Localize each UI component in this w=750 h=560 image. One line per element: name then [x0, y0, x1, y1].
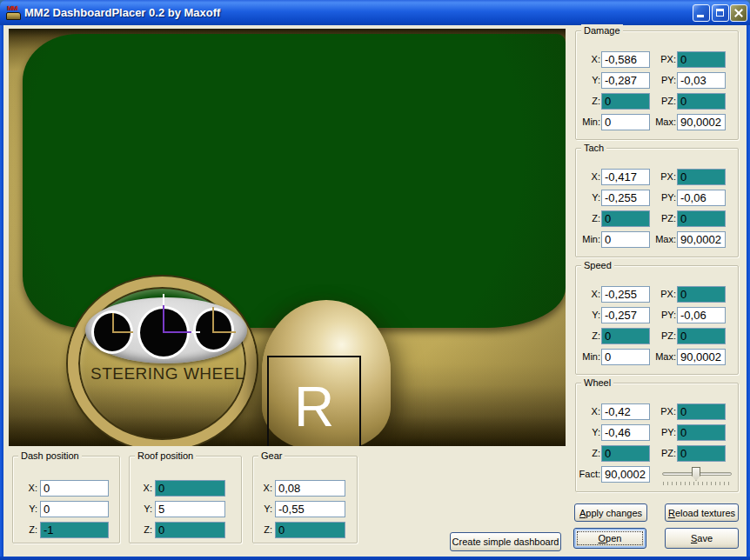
wheel-y-input[interactable] — [601, 424, 650, 441]
damage-max-label: Max: — [653, 114, 676, 130]
gear-y-label: Y: — [255, 501, 272, 517]
speed-y-input[interactable] — [601, 307, 650, 323]
gear-x-label: X: — [255, 480, 272, 497]
dash-z-label: Z: — [18, 522, 37, 538]
speed-pz-input[interactable] — [677, 328, 726, 344]
wheel-group-title: Wheel — [581, 377, 613, 389]
damage-x-input[interactable] — [601, 51, 650, 68]
speed-y-label: Y: — [579, 307, 600, 323]
speed-min-label: Min: — [579, 349, 600, 365]
roof-z-input[interactable] — [155, 522, 225, 538]
window-border-right — [747, 25, 750, 557]
wheel-pz-input[interactable] — [677, 445, 726, 462]
speed-z-input[interactable] — [601, 328, 650, 344]
tach-y-input[interactable] — [601, 190, 650, 206]
title-bar[interactable]: MM MM2 DashboardPlacer 0.2 by Maxoff — [0, 0, 750, 25]
app-icon: MM — [6, 5, 22, 20]
damage-py-label: PY: — [653, 72, 676, 89]
gear-z-label: Z: — [255, 522, 272, 538]
tach-z-input[interactable] — [601, 210, 650, 227]
tach-y-label: Y: — [579, 190, 600, 206]
gear-group: Gear X: Y: Z: — [252, 456, 358, 543]
dashboard-preview-canvas[interactable]: STEERING WHEEL R — [9, 29, 566, 446]
tach-max-label: Max: — [653, 231, 676, 248]
tach-x-label: X: — [579, 169, 600, 185]
damage-z-input[interactable] — [601, 93, 650, 110]
window-border-bottom — [0, 557, 750, 560]
dash-z-input[interactable] — [40, 522, 109, 538]
damage-y-input[interactable] — [601, 72, 650, 89]
maximize-icon — [716, 9, 724, 17]
speed-x-input[interactable] — [601, 286, 650, 303]
minimize-icon — [697, 15, 704, 17]
damage-py-input[interactable] — [677, 72, 726, 89]
save-button[interactable]: Save — [665, 528, 739, 549]
wheel-py-label: PY: — [653, 424, 676, 441]
tach-crosshair-h-white — [191, 331, 200, 333]
reload-textures-button[interactable]: Reload textures — [665, 503, 739, 522]
slider-thumb[interactable] — [692, 467, 700, 481]
damage-min-input[interactable] — [601, 114, 650, 130]
speed-z-label: Z: — [579, 328, 600, 344]
damage-pz-input[interactable] — [677, 93, 726, 110]
speed-max-label: Max: — [653, 349, 676, 365]
speed-px-input[interactable] — [677, 286, 726, 303]
wheel-fact-label: Fact: — [577, 466, 600, 483]
roof-y-input[interactable] — [155, 501, 225, 517]
minimize-button[interactable] — [693, 4, 710, 22]
dash-position-group-title: Dash position — [18, 450, 82, 462]
wheel-fact-input[interactable] — [601, 466, 650, 483]
dash-x-label: X: — [18, 480, 37, 497]
tach-min-label: Min: — [579, 231, 600, 248]
gear-z-input[interactable] — [275, 522, 345, 538]
speed-max-input[interactable] — [677, 349, 726, 365]
tach-py-input[interactable] — [677, 190, 726, 206]
window-title: MM2 DashboardPlacer 0.2 by Maxoff — [24, 6, 750, 19]
tach-px-label: PX: — [653, 169, 676, 185]
wheel-py-input[interactable] — [677, 424, 726, 441]
roof-x-input[interactable] — [155, 480, 225, 497]
damage-pz-label: PZ: — [653, 93, 676, 110]
wheel-fact-slider[interactable] — [660, 464, 733, 485]
wheel-group: Wheel X: PX: Y: PY: Z: PZ: Fact: — [575, 383, 739, 492]
app-window: MM MM2 DashboardPlacer 0.2 by Maxoff STE… — [0, 0, 750, 560]
tach-crosshair-v — [163, 305, 164, 333]
dash-position-group: Dash position X: Y: Z: — [12, 456, 120, 543]
damage-z-label: Z: — [579, 93, 600, 110]
wheel-x-input[interactable] — [601, 403, 650, 420]
dash-x-input[interactable] — [40, 480, 109, 497]
speed-min-input[interactable] — [601, 349, 650, 365]
damage-crosshair-v — [112, 313, 114, 333]
gear-y-input[interactable] — [275, 501, 345, 517]
tach-group-title: Tach — [581, 142, 606, 154]
close-button[interactable] — [730, 4, 747, 22]
gear-x-input[interactable] — [275, 480, 345, 497]
open-button[interactable]: Open — [573, 528, 646, 549]
roof-z-label: Z: — [133, 522, 152, 538]
tach-px-input[interactable] — [677, 169, 726, 185]
wheel-y-label: Y: — [579, 424, 600, 441]
damage-min-label: Min: — [579, 114, 600, 130]
apply-changes-button[interactable]: Apply changes — [574, 503, 647, 522]
damage-px-input[interactable] — [677, 51, 726, 68]
damage-max-input[interactable] — [677, 114, 726, 130]
tach-pz-label: PZ: — [653, 210, 676, 227]
wheel-pz-label: PZ: — [653, 445, 676, 462]
damage-group-title: Damage — [581, 24, 623, 37]
create-simple-dashboard-button[interactable]: Create simple dashboard — [450, 532, 561, 551]
speed-group-title: Speed — [581, 259, 614, 271]
wheel-z-input[interactable] — [601, 445, 650, 462]
tach-min-input[interactable] — [601, 231, 650, 248]
tach-x-input[interactable] — [601, 169, 650, 185]
wheel-x-label: X: — [579, 403, 600, 420]
tach-max-input[interactable] — [677, 231, 726, 248]
damage-px-label: PX: — [653, 51, 676, 68]
tach-group: Tach X: PX: Y: PY: Z: PZ: Min: Max: — [575, 148, 739, 257]
wheel-px-input[interactable] — [677, 403, 726, 420]
dash-y-input[interactable] — [40, 501, 109, 517]
speed-py-input[interactable] — [677, 307, 726, 323]
tach-pz-input[interactable] — [677, 210, 726, 227]
maximize-button[interactable] — [712, 4, 729, 22]
speed-crosshair-h — [212, 331, 236, 333]
slider-ticks — [663, 482, 731, 485]
